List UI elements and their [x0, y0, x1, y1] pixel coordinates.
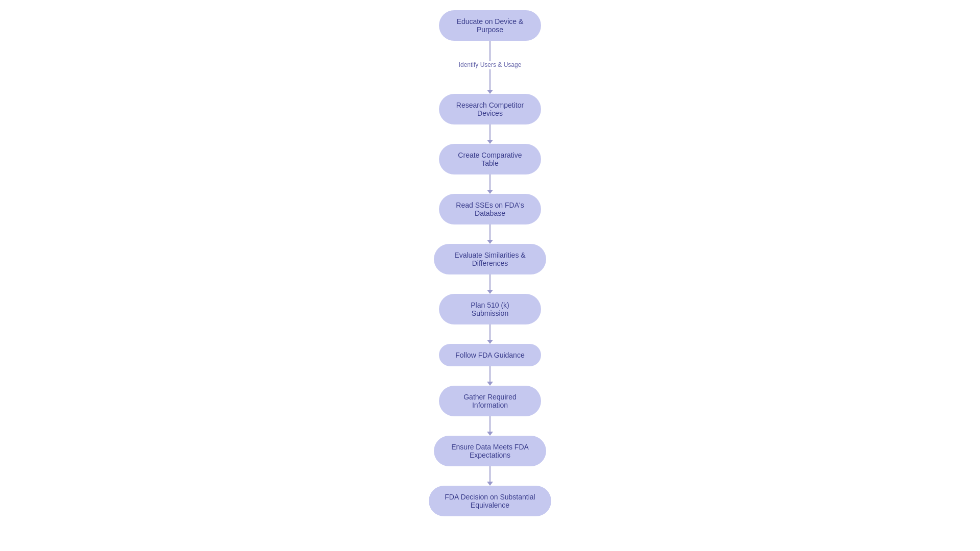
node-evaluate: Evaluate Similarities & Differences: [434, 244, 546, 274]
connector-4: [487, 224, 493, 244]
connector-line-2: [489, 124, 491, 140]
connector-arrow-7: [487, 382, 493, 386]
connector-2: [487, 124, 493, 144]
connector-7: [487, 366, 493, 386]
node-gather: Gather Required Information: [439, 386, 541, 416]
node-follow-fda: Follow FDA Guidance: [439, 344, 541, 366]
node-research: Research Competitor Devices: [439, 94, 541, 124]
node-read-sses: Read SSEs on FDA's Database: [439, 194, 541, 224]
node-create-table: Create Comparative Table: [439, 144, 541, 174]
connector-arrow-1: [487, 90, 493, 94]
connector-line-1: [489, 41, 491, 61]
connector-line-6: [489, 324, 491, 340]
node-plan-510k: Plan 510 (k) Submission: [439, 294, 541, 324]
node-fda-decision: FDA Decision on Substantial Equivalence: [429, 486, 551, 516]
node-educate: Educate on Device & Purpose: [439, 10, 541, 41]
connector-line-7: [489, 366, 491, 382]
flowchart: Educate on Device & Purpose Identify Use…: [388, 0, 592, 537]
connector-arrow-3: [487, 190, 493, 194]
connector-arrow-6: [487, 340, 493, 344]
connector-5: [487, 274, 493, 294]
connector-arrow-5: [487, 290, 493, 294]
connector-9: [487, 466, 493, 486]
connector-line-8: [489, 416, 491, 432]
connector-arrow-4: [487, 240, 493, 244]
connector-label-1: Identify Users & Usage: [459, 61, 522, 68]
connector-line-4: [489, 224, 491, 240]
connector-line-3: [489, 174, 491, 190]
node-ensure-data: Ensure Data Meets FDA Expectations: [434, 436, 546, 466]
connector-arrow-8: [487, 432, 493, 436]
connector-6: [487, 324, 493, 344]
connector-3: [487, 174, 493, 194]
connector-1: Identify Users & Usage: [459, 41, 522, 94]
connector-line-9: [489, 466, 491, 482]
connector-arrow-2: [487, 140, 493, 144]
connector-line-1b: [489, 69, 491, 90]
connector-8: [487, 416, 493, 436]
connector-line-5: [489, 274, 491, 290]
connector-arrow-9: [487, 482, 493, 486]
